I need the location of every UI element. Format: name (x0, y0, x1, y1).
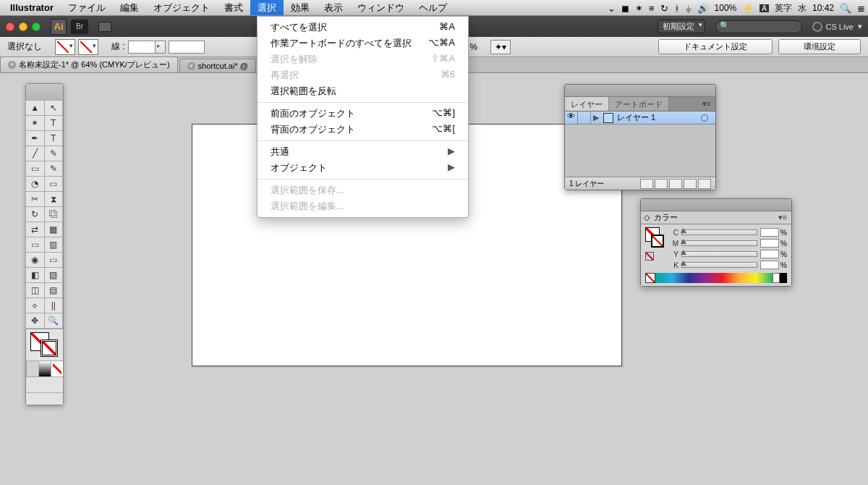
cslive-button[interactable]: CS Live▾ (812, 22, 862, 32)
lock-icon[interactable] (578, 111, 591, 125)
tool-button[interactable]: ╱ (25, 146, 45, 161)
panel-grip[interactable] (26, 84, 63, 101)
minimize-window-icon[interactable] (19, 22, 27, 31)
menu-item[interactable]: ファイル (61, 0, 113, 15)
menu-item[interactable]: 共通▶ (258, 144, 468, 160)
new-layer-icon[interactable] (684, 179, 697, 189)
color-slider[interactable]: K% (670, 260, 787, 270)
help-search-input[interactable] (715, 20, 802, 33)
zoom-window-icon[interactable] (32, 22, 41, 31)
tool-button[interactable]: ✎ (44, 161, 64, 177)
menu-item[interactable]: 表示 (317, 0, 350, 15)
tool-button[interactable]: || (44, 298, 64, 313)
layer-name[interactable]: レイヤー 1 (616, 112, 701, 123)
close-tab-icon[interactable]: × (187, 62, 195, 70)
layer-row[interactable]: 👁 ▶ レイヤー 1 (565, 111, 715, 125)
menu-item[interactable]: 編集 (113, 0, 146, 15)
bridge-icon[interactable]: Br (71, 20, 88, 34)
menu-item[interactable]: 背面のオブジェクト⌥⌘[ (258, 122, 468, 138)
close-window-icon[interactable] (6, 22, 14, 31)
tool-button[interactable]: ◫ (25, 282, 45, 298)
tool-button[interactable]: ⇄ (25, 222, 45, 237)
disclosure-icon[interactable]: ▶ (591, 113, 601, 122)
menu-item[interactable]: 前面のオブジェクト⌥⌘] (258, 106, 468, 122)
visibility-icon[interactable]: 👁 (565, 111, 578, 125)
notification-icon[interactable]: ≣ (857, 3, 865, 14)
document-tab[interactable]: × 名称未設定-1* @ 64% (CMYK/プレビュー) (0, 56, 178, 72)
tool-button[interactable]: ▦ (44, 222, 64, 237)
color-tab[interactable]: カラー (650, 212, 682, 223)
tool-button[interactable]: ✥ (25, 313, 45, 329)
stroke-swatch[interactable] (41, 340, 58, 357)
tool-button[interactable]: ✒ (25, 130, 45, 146)
menu-item[interactable]: 選択 (250, 0, 284, 15)
artboards-tab[interactable]: アートボード (609, 97, 669, 111)
tool-button[interactable]: ⧗ (44, 191, 64, 207)
spectrum-ramp[interactable] (645, 273, 787, 283)
tool-button[interactable]: ▭ (44, 176, 64, 192)
target-icon[interactable] (701, 114, 708, 122)
tool-button[interactable]: ✂ (25, 191, 45, 207)
none-icon[interactable] (645, 273, 655, 283)
style-picker-icon[interactable]: ✦▾ (490, 40, 511, 54)
locate-icon[interactable] (640, 179, 653, 189)
tool-button[interactable]: ⿻ (44, 206, 64, 222)
document-setup-button[interactable]: ドキュメント設定 (658, 39, 773, 54)
close-tab-icon[interactable]: × (8, 61, 16, 69)
tool-button[interactable]: ▥ (44, 237, 64, 253)
menu-item[interactable]: 選択範囲を反転 (258, 83, 468, 99)
none-swatch[interactable] (645, 252, 654, 261)
menu-item[interactable]: ウィンドウ (350, 0, 412, 15)
stroke-weight-input[interactable] (128, 41, 166, 54)
menu-item[interactable]: 効果 (284, 0, 317, 15)
stroke-swatch[interactable] (651, 235, 664, 248)
color-mode-row[interactable] (26, 360, 63, 376)
tool-button[interactable]: ▭ (25, 237, 45, 253)
tool-button[interactable]: ↖ (44, 100, 64, 116)
document-tab[interactable]: × shortcut.ai* @ (179, 59, 256, 72)
preferences-button[interactable]: 環境設定 (778, 39, 861, 54)
menu-item[interactable]: オブジェクト▶ (258, 160, 468, 176)
make-clipping-icon[interactable] (655, 179, 668, 189)
tearoff-handle[interactable] (26, 392, 63, 405)
tool-button[interactable]: ◔ (25, 176, 45, 192)
tool-button[interactable]: ▭ (44, 252, 64, 268)
fill-stroke-control[interactable] (26, 329, 63, 360)
tool-button[interactable]: T (44, 130, 64, 146)
panel-menu-icon[interactable]: ▾≡ (774, 211, 791, 224)
stroke-swatch[interactable] (78, 39, 98, 55)
new-sublayer-icon[interactable] (669, 179, 682, 189)
fill-swatch[interactable] (55, 39, 75, 55)
tool-button[interactable]: 🔍 (44, 313, 64, 329)
tool-button[interactable]: ✎ (44, 146, 64, 161)
tool-button[interactable]: ⟡ (25, 298, 45, 313)
screen-mode-row[interactable] (26, 376, 63, 392)
layers-tab[interactable]: レイヤー (565, 97, 609, 111)
tool-button[interactable]: ◉ (25, 252, 45, 268)
tool-button[interactable]: ▤ (44, 282, 64, 298)
tool-button[interactable]: ▧ (44, 267, 64, 283)
spotlight-icon[interactable]: 🔍 (840, 3, 851, 14)
ime-badge[interactable]: A (760, 4, 769, 12)
arrange-documents-icon[interactable] (98, 22, 111, 32)
tool-button[interactable]: ↻ (25, 206, 45, 222)
menu-item[interactable]: ヘルプ (412, 0, 454, 15)
color-slider[interactable]: M% (670, 238, 787, 248)
stroke-style-dropdown[interactable] (169, 41, 205, 54)
tool-button[interactable]: ▲ (25, 100, 45, 116)
panel-grip[interactable] (641, 199, 791, 211)
tool-button[interactable]: ◧ (25, 267, 45, 283)
color-slider[interactable]: C% (670, 227, 787, 237)
panel-menu-icon[interactable]: ▾≡ (698, 97, 715, 111)
color-slider[interactable]: Y% (670, 249, 787, 259)
workspace-dropdown[interactable]: 初期設定 (658, 20, 705, 33)
tool-button[interactable]: ▭ (25, 161, 45, 177)
menu-item[interactable]: 書式 (217, 0, 250, 15)
menu-item[interactable]: 作業アートボードのすべてを選択⌥⌘A (258, 35, 468, 51)
menu-item[interactable]: オブジェクト (146, 0, 217, 15)
tool-button[interactable]: ✶ (25, 115, 45, 131)
tool-button[interactable]: T (44, 115, 64, 131)
panel-grip[interactable] (565, 85, 715, 97)
window-controls[interactable] (6, 22, 41, 31)
delete-layer-icon[interactable] (698, 179, 711, 189)
